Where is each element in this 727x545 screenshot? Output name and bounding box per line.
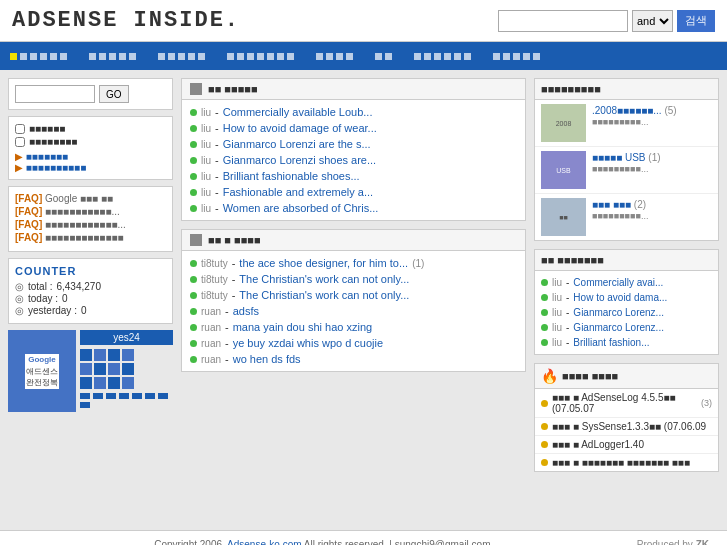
right-link[interactable]: Gianmarco Lorenz... — [573, 322, 664, 333]
item-link[interactable]: Women are absorbed of Chris... — [223, 202, 379, 214]
main-panel-1: ■■ ■■■■■ liu - Commercially available Lo… — [181, 78, 526, 221]
right-plugins-title: ■■■■ ■■■■ — [562, 370, 618, 382]
bullet-icon — [190, 205, 197, 212]
list-item: ti8tuty - The Christian's work can not o… — [190, 287, 517, 303]
right-posts-title: ■■ ■■■■■■■ — [541, 254, 604, 266]
list-item: ruan - adsfs — [190, 303, 517, 319]
panel-2-list: ti8tuty - the ace shoe designer, for him… — [182, 251, 525, 371]
center-content: ■■ ■■■■■ liu - Commercially available Lo… — [181, 78, 526, 522]
item-link[interactable]: adsfs — [233, 305, 259, 317]
panel-2-icon — [190, 234, 202, 246]
sidebar-faq-block: [FAQ] Google ■■■ ■■ [FAQ] ■■■■■■■■■■■...… — [8, 186, 173, 252]
bullet-icon — [190, 109, 197, 116]
right-list-item: liu - Commercially avai... — [541, 275, 712, 290]
header-search-area: and or 검색 — [498, 10, 715, 32]
photo-info-2: ■■■■■ USB (1) ■■■■■■■■■... — [592, 151, 661, 174]
bullet-icon — [190, 308, 197, 315]
photo-title-1[interactable]: .2008■■■■■■... (5) — [592, 104, 677, 117]
bullet-icon — [190, 340, 197, 347]
bullet-icon — [190, 173, 197, 180]
item-link[interactable]: Gianmarco Lorenzi are the s... — [223, 138, 371, 150]
list-item: liu - How to avoid damage of wear... — [190, 120, 517, 136]
right-list-item: liu - Brilliant fashion... — [541, 335, 712, 350]
item-link[interactable]: Gianmarco Lorenzi shoes are... — [223, 154, 376, 166]
photo-title-2[interactable]: ■■■■■ USB (1) — [592, 151, 661, 164]
plugin-item-3: ■■■ ■ AdLogger1.40 — [535, 436, 718, 454]
panel-1-icon — [190, 83, 202, 95]
item-link[interactable]: Commercially available Loub... — [223, 106, 373, 118]
list-item: liu - Commercially available Loub... — [190, 104, 517, 120]
item-link[interactable]: How to avoid damage of wear... — [223, 122, 377, 134]
panel-1-list: liu - Commercially available Loub... liu… — [182, 100, 525, 220]
bullet-icon — [190, 125, 197, 132]
photo-thumb-1[interactable]: 2008 — [541, 104, 586, 142]
item-link[interactable]: Brilliant fashionable shoes... — [223, 170, 360, 182]
counter-title: COUNTER — [15, 265, 166, 277]
filter-checkbox-2[interactable] — [15, 137, 25, 147]
sidebar-go-button[interactable]: GO — [99, 85, 129, 103]
right-list-item: liu - How to avoid dama... — [541, 290, 712, 305]
photo-thumb-2[interactable]: USB — [541, 151, 586, 189]
right-plugins-header: 🔥 ■■■■ ■■■■ — [535, 364, 718, 389]
counter-block: COUNTER ◎ total : 6,434,270 ◎ today : 0 … — [8, 258, 173, 324]
item-link[interactable]: The Christian's work can not only... — [239, 273, 409, 285]
counter-total: ◎ total : 6,434,270 — [15, 281, 166, 292]
nav-active-tab[interactable] — [10, 53, 17, 60]
search-operator-select[interactable]: and or — [632, 10, 673, 32]
faq-item-4: [FAQ] ■■■■■■■■■■■■■ — [15, 232, 166, 243]
search-button[interactable]: 검색 — [677, 10, 715, 32]
ad-squares — [80, 349, 173, 389]
item-link[interactable]: ye buy xzdai whis wpo d cuojie — [233, 337, 383, 349]
right-link[interactable]: Commercially avai... — [573, 277, 663, 288]
list-item: ruan - ye buy xzdai whis wpo d cuojie — [190, 335, 517, 351]
search-input[interactable] — [498, 10, 628, 32]
item-link[interactable]: The Christian's work can not only... — [239, 289, 409, 301]
right-photo-block: ■■■■■■■■■ 2008 .2008■■■■■■... (5) ■■■■■■… — [534, 78, 719, 241]
panel-1-title: ■■ ■■■■■ — [208, 83, 258, 95]
navbar — [0, 42, 727, 70]
item-link[interactable]: the ace shoe designer, for him to... — [239, 257, 408, 269]
sidebar-search-input[interactable] — [15, 85, 95, 103]
yes24-label[interactable]: yes24 — [80, 330, 173, 345]
bullet-icon — [541, 459, 548, 466]
sidebar-link-1[interactable]: ■■■■■■■ — [26, 151, 68, 162]
item-link[interactable]: mana yain dou shi hao xzing — [233, 321, 372, 333]
panel-2-header: ■■ ■ ■■■■ — [182, 230, 525, 251]
right-link[interactable]: Brilliant fashion... — [573, 337, 649, 348]
header: ADSENSE INSIDE. and or 검색 — [0, 0, 727, 42]
nav-tab-1 — [20, 53, 27, 60]
list-item: liu - Brilliant fashionable shoes... — [190, 168, 517, 184]
list-item: ti8tuty - The Christian's work can not o… — [190, 271, 517, 287]
filter-label-1: ■■■■■■ — [29, 123, 65, 134]
bullet-icon — [541, 309, 548, 316]
counter-yesterday: ◎ yesterday : 0 — [15, 305, 166, 316]
faq-item-2: [FAQ] ■■■■■■■■■■■... — [15, 206, 166, 217]
book-thumbnail[interactable]: Google 애드센스완전정복 — [8, 330, 76, 412]
photo-item-1: 2008 .2008■■■■■■... (5) ■■■■■■■■■... — [535, 100, 718, 147]
right-posts-list: liu - Commercially avai... liu - How to … — [535, 271, 718, 354]
right-posts-header: ■■ ■■■■■■■ — [535, 250, 718, 271]
footer-rights: All rights reserved. | sungchi9@gmail.co… — [304, 539, 491, 545]
list-item: ruan - mana yain dou shi hao xzing — [190, 319, 517, 335]
book-area: Google 애드센스완전정복 yes24 — [8, 330, 173, 412]
footer-site-link[interactable]: Adsense-ko.com — [227, 539, 301, 545]
right-list-item: liu - Gianmarco Lorenz... — [541, 305, 712, 320]
photo-item-3: ■■ ■■■ ■■■ (2) ■■■■■■■■■... — [535, 194, 718, 240]
photo-thumb-3[interactable]: ■■ — [541, 198, 586, 236]
photo-title-3[interactable]: ■■■ ■■■ (2) — [592, 198, 648, 211]
right-sidebar: ■■■■■■■■■ 2008 .2008■■■■■■... (5) ■■■■■■… — [534, 78, 719, 522]
photo-sub-1: ■■■■■■■■■... — [592, 117, 677, 127]
right-link[interactable]: How to avoid dama... — [573, 292, 667, 303]
filter-checkbox-1[interactable] — [15, 124, 25, 134]
bullet-icon — [541, 441, 548, 448]
sidebar-link-2[interactable]: ■■■■■■■■■■ — [26, 162, 86, 173]
photo-item-2: USB ■■■■■ USB (1) ■■■■■■■■■... — [535, 147, 718, 194]
item-link[interactable]: Fashionable and extremely a... — [223, 186, 373, 198]
sidebar-bottom-nav — [80, 393, 173, 408]
item-link[interactable]: wo hen ds fds — [233, 353, 301, 365]
fire-icon: 🔥 — [541, 368, 558, 384]
photo-info-1: .2008■■■■■■... (5) ■■■■■■■■■... — [592, 104, 677, 127]
bullet-icon — [190, 260, 197, 267]
bullet-icon — [190, 189, 197, 196]
right-link[interactable]: Gianmarco Lorenz... — [573, 307, 664, 318]
